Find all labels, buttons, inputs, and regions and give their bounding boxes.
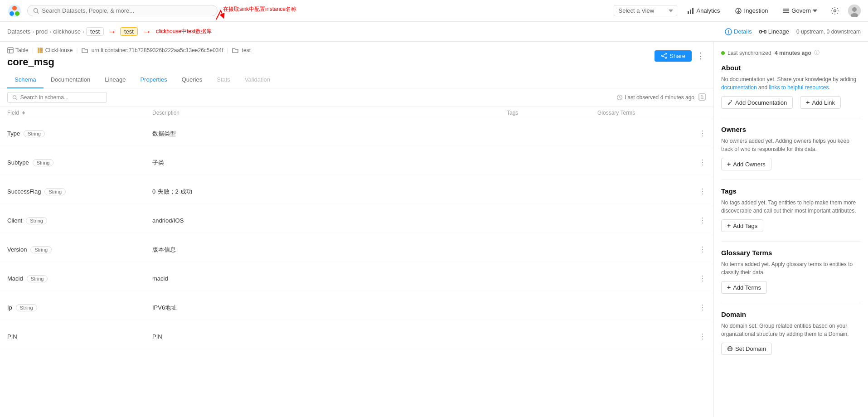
add-link-button[interactable]: + Add Link — [800, 96, 841, 109]
schema-area: Last observed 4 minutes ago Field — [0, 88, 713, 417]
tags-section: Tags No tags added yet. Tag entities to … — [721, 187, 861, 232]
breadcrumb-prod[interactable]: prod — [36, 28, 48, 35]
folder-icon — [82, 47, 88, 53]
analytics-button[interactable]: Analytics — [683, 5, 725, 16]
avatar-button[interactable] — [848, 5, 861, 17]
entity-platform[interactable]: ClickHouse — [37, 47, 73, 53]
search-icon — [33, 8, 39, 14]
view-select[interactable]: Select a View — [614, 5, 677, 16]
col-field: Field — [7, 110, 152, 116]
export-button[interactable] — [698, 93, 706, 102]
svg-point-30 — [665, 53, 667, 54]
svg-rect-20 — [760, 30, 761, 33]
table-row: Macid String macid ⋮ — [0, 264, 713, 293]
add-tags-label: Add Tags — [733, 223, 757, 229]
logo[interactable] — [7, 4, 22, 18]
about-section: About No documentation yet. Share your k… — [721, 64, 861, 109]
lineage-button[interactable]: Lineage — [759, 28, 789, 35]
analytics-label: Analytics — [697, 7, 720, 14]
add-tags-button[interactable]: + Add Tags — [721, 219, 763, 232]
row-more-macid[interactable]: ⋮ — [699, 274, 706, 283]
svg-rect-23 — [8, 48, 13, 53]
add-link-label: Add Link — [812, 99, 835, 106]
breadcrumb-sep-1: › — [32, 29, 34, 35]
svg-point-13 — [834, 10, 836, 12]
svg-rect-8 — [692, 8, 693, 14]
svg-rect-6 — [688, 11, 689, 14]
svg-point-35 — [13, 95, 16, 98]
plus-icon-owners: + — [727, 160, 731, 168]
owners-desc: No owners added yet. Adding owners helps… — [721, 137, 861, 153]
table-header: Field Description Tags Glossary Terms — [0, 107, 713, 119]
add-owners-button[interactable]: + Add Owners — [721, 158, 771, 170]
add-terms-label: Add Terms — [733, 284, 761, 291]
row-more-successflag[interactable]: ⋮ — [699, 187, 706, 196]
tab-schema[interactable]: Schema — [7, 72, 44, 88]
breadcrumb-right: Details Lineage 0 upstream, 0 downstream — [725, 28, 861, 35]
row-more-pin[interactable]: ⋮ — [699, 332, 706, 341]
set-domain-button[interactable]: Set Domain — [721, 343, 772, 355]
doc-link[interactable]: documentation — [721, 84, 757, 91]
tabs: Schema Documentation Lineage Properties … — [0, 72, 713, 88]
breadcrumb-bar: Datasets › prod › clickhouse › test → te… — [0, 22, 868, 42]
annotation-1: 在摄取sink中配置instance名称 — [223, 5, 296, 13]
govern-button[interactable]: Govern — [778, 5, 822, 16]
about-desc: No documentation yet. Share your knowled… — [721, 75, 861, 92]
search-input[interactable] — [42, 7, 212, 14]
svg-line-36 — [16, 98, 17, 100]
avatar-icon — [848, 5, 861, 17]
row-more-version[interactable]: ⋮ — [699, 245, 706, 254]
schema-search-input[interactable] — [20, 94, 102, 101]
links-link[interactable]: links to helpful resources — [769, 84, 829, 91]
row-more-subtype[interactable]: ⋮ — [699, 158, 706, 167]
sync-info-icon[interactable]: ⓘ — [814, 49, 820, 57]
plus-icon: + — [806, 99, 810, 106]
more-options-button[interactable]: ⋮ — [694, 49, 706, 63]
export-icon — [698, 93, 706, 101]
svg-point-15 — [852, 7, 857, 12]
clickhouse-icon — [37, 47, 44, 53]
details-button[interactable]: Details — [725, 28, 752, 35]
share-button[interactable]: Share — [655, 50, 692, 62]
svg-rect-29 — [41, 49, 43, 51]
schema-search[interactable] — [7, 92, 107, 103]
tab-lineage[interactable]: Lineage — [97, 72, 133, 88]
divider-4 — [721, 303, 861, 303]
ingestion-icon — [735, 7, 742, 15]
ingestion-button[interactable]: Ingestion — [730, 5, 773, 16]
svg-rect-26 — [38, 48, 39, 53]
right-panel: Last synchronized 4 minutes ago ⓘ About … — [714, 42, 868, 417]
search-bar[interactable] — [27, 5, 218, 16]
tab-queries[interactable]: Queries — [175, 72, 210, 88]
share-label: Share — [669, 53, 685, 59]
add-owners-label: Add Owners — [733, 161, 766, 168]
entity-type-tag: Table — [7, 47, 29, 53]
row-more-client[interactable]: ⋮ — [699, 216, 706, 225]
svg-rect-10 — [783, 9, 789, 10]
govern-label: Govern — [791, 7, 811, 14]
ingestion-label: Ingestion — [744, 7, 768, 14]
row-more-ip[interactable]: ⋮ — [699, 303, 706, 312]
add-documentation-button[interactable]: Add Documentation — [721, 96, 793, 109]
svg-point-2 — [10, 11, 14, 16]
svg-point-3 — [15, 11, 19, 16]
upstream-badge: 0 upstream, 0 downstream — [796, 29, 861, 35]
breadcrumb-datasets[interactable]: Datasets — [7, 28, 30, 35]
row-more-type[interactable]: ⋮ — [699, 129, 706, 138]
platform-label: ClickHouse — [45, 47, 73, 53]
container-label: test — [242, 47, 251, 53]
tab-documentation[interactable]: Documentation — [44, 72, 97, 88]
field-ip: Ip String — [7, 304, 152, 311]
tags-title: Tags — [721, 187, 861, 195]
settings-button[interactable] — [827, 5, 843, 17]
breadcrumb-test1[interactable]: test — [86, 27, 104, 36]
govern-icon — [782, 7, 790, 15]
svg-point-31 — [665, 57, 667, 58]
add-terms-button[interactable]: + Add Terms — [721, 281, 767, 294]
breadcrumb: Datasets › prod › clickhouse › test → te… — [7, 26, 725, 37]
tab-properties[interactable]: Properties — [133, 72, 174, 88]
breadcrumb-clickhouse[interactable]: clickhouse — [53, 28, 81, 35]
svg-rect-7 — [690, 10, 691, 14]
breadcrumb-test2[interactable]: test — [120, 27, 138, 36]
schema-table: Type String 数据类型 ⋮ Subtype String 子类 — [0, 119, 713, 417]
